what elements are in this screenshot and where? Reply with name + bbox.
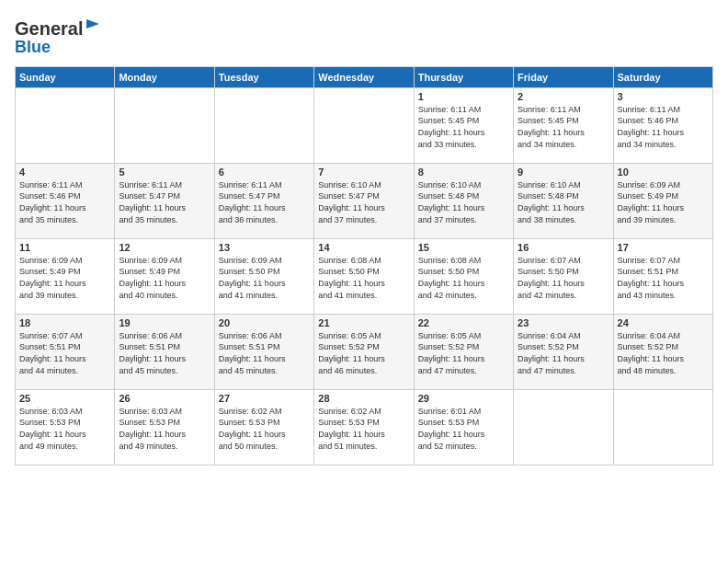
day-number: 22 — [418, 317, 509, 328]
day-number: 9 — [518, 167, 609, 178]
calendar-cell: 24Sunrise: 6:04 AM Sunset: 5:52 PM Dayli… — [613, 314, 712, 389]
logo: General Blue — [15, 18, 101, 57]
day-info: Sunrise: 6:10 AM Sunset: 5:48 PM Dayligh… — [418, 179, 509, 225]
day-info: Sunrise: 6:07 AM Sunset: 5:50 PM Dayligh… — [518, 255, 609, 301]
calendar-table: SundayMondayTuesdayWednesdayThursdayFrid… — [15, 66, 713, 465]
day-info: Sunrise: 6:10 AM Sunset: 5:48 PM Dayligh… — [518, 179, 609, 225]
calendar-cell: 20Sunrise: 6:06 AM Sunset: 5:51 PM Dayli… — [214, 314, 313, 389]
day-info: Sunrise: 6:06 AM Sunset: 5:51 PM Dayligh… — [119, 330, 210, 376]
calendar-cell: 3Sunrise: 6:11 AM Sunset: 5:46 PM Daylig… — [613, 87, 712, 163]
calendar-cell — [314, 87, 414, 163]
calendar-cell: 12Sunrise: 6:09 AM Sunset: 5:49 PM Dayli… — [115, 238, 214, 314]
calendar-week-row: 1Sunrise: 6:11 AM Sunset: 5:45 PM Daylig… — [16, 87, 713, 163]
day-number: 1 — [418, 91, 509, 102]
day-number: 16 — [518, 242, 609, 253]
logo-text: General — [15, 18, 83, 39]
day-info: Sunrise: 6:04 AM Sunset: 5:52 PM Dayligh… — [618, 330, 709, 376]
day-number: 14 — [318, 242, 409, 253]
day-info: Sunrise: 6:09 AM Sunset: 5:49 PM Dayligh… — [119, 255, 210, 301]
day-info: Sunrise: 6:09 AM Sunset: 5:50 PM Dayligh… — [219, 255, 310, 301]
day-number: 18 — [19, 317, 110, 328]
calendar-cell — [16, 87, 115, 163]
day-number: 4 — [19, 167, 110, 178]
calendar-cell — [613, 389, 712, 465]
day-info: Sunrise: 6:11 AM Sunset: 5:47 PM Dayligh… — [219, 179, 310, 225]
calendar-cell: 27Sunrise: 6:02 AM Sunset: 5:53 PM Dayli… — [214, 389, 313, 465]
day-number: 8 — [418, 167, 509, 178]
column-header-thursday: Thursday — [414, 66, 513, 87]
day-number: 3 — [618, 91, 709, 102]
page-container: General Blue SundayMondayTuesdayWednesda… — [0, 0, 728, 473]
calendar-cell: 8Sunrise: 6:10 AM Sunset: 5:48 PM Daylig… — [414, 163, 513, 238]
calendar-cell: 29Sunrise: 6:01 AM Sunset: 5:53 PM Dayli… — [414, 389, 513, 465]
calendar-cell: 4Sunrise: 6:11 AM Sunset: 5:46 PM Daylig… — [16, 163, 115, 238]
day-info: Sunrise: 6:01 AM Sunset: 5:53 PM Dayligh… — [418, 406, 509, 452]
calendar-week-row: 11Sunrise: 6:09 AM Sunset: 5:49 PM Dayli… — [16, 238, 713, 314]
logo-blue-text: Blue — [15, 38, 51, 56]
day-info: Sunrise: 6:05 AM Sunset: 5:52 PM Dayligh… — [418, 330, 509, 376]
day-info: Sunrise: 6:02 AM Sunset: 5:53 PM Dayligh… — [219, 406, 310, 452]
day-number: 15 — [418, 242, 509, 253]
column-header-tuesday: Tuesday — [214, 66, 313, 87]
day-info: Sunrise: 6:08 AM Sunset: 5:50 PM Dayligh… — [318, 255, 409, 301]
day-number: 25 — [19, 393, 110, 404]
day-number: 28 — [318, 393, 409, 404]
day-number: 6 — [219, 167, 310, 178]
column-header-saturday: Saturday — [613, 66, 712, 87]
column-header-friday: Friday — [514, 66, 613, 87]
calendar-cell: 28Sunrise: 6:02 AM Sunset: 5:53 PM Dayli… — [314, 389, 414, 465]
calendar-cell: 15Sunrise: 6:08 AM Sunset: 5:50 PM Dayli… — [414, 238, 513, 314]
day-info: Sunrise: 6:11 AM Sunset: 5:46 PM Dayligh… — [19, 179, 110, 225]
day-number: 10 — [618, 167, 709, 178]
calendar-cell: 19Sunrise: 6:06 AM Sunset: 5:51 PM Dayli… — [115, 314, 214, 389]
day-number: 29 — [418, 393, 509, 404]
calendar-cell: 11Sunrise: 6:09 AM Sunset: 5:49 PM Dayli… — [16, 238, 115, 314]
calendar-cell: 9Sunrise: 6:10 AM Sunset: 5:48 PM Daylig… — [514, 163, 613, 238]
day-number: 12 — [119, 242, 210, 253]
calendar-cell: 16Sunrise: 6:07 AM Sunset: 5:50 PM Dayli… — [514, 238, 613, 314]
calendar-cell — [115, 87, 214, 163]
calendar-cell: 2Sunrise: 6:11 AM Sunset: 5:45 PM Daylig… — [514, 87, 613, 163]
calendar-cell — [214, 87, 313, 163]
day-number: 11 — [19, 242, 110, 253]
day-info: Sunrise: 6:04 AM Sunset: 5:52 PM Dayligh… — [518, 330, 609, 376]
calendar-cell: 10Sunrise: 6:09 AM Sunset: 5:49 PM Dayli… — [613, 163, 712, 238]
day-info: Sunrise: 6:05 AM Sunset: 5:52 PM Dayligh… — [318, 330, 409, 376]
day-number: 26 — [119, 393, 210, 404]
day-info: Sunrise: 6:09 AM Sunset: 5:49 PM Dayligh… — [618, 179, 709, 225]
day-number: 7 — [318, 167, 409, 178]
day-number: 5 — [119, 167, 210, 178]
day-info: Sunrise: 6:11 AM Sunset: 5:47 PM Dayligh… — [119, 179, 210, 225]
day-info: Sunrise: 6:06 AM Sunset: 5:51 PM Dayligh… — [219, 330, 310, 376]
column-header-sunday: Sunday — [16, 66, 115, 87]
day-info: Sunrise: 6:03 AM Sunset: 5:53 PM Dayligh… — [19, 406, 110, 452]
calendar-cell: 22Sunrise: 6:05 AM Sunset: 5:52 PM Dayli… — [414, 314, 513, 389]
calendar-cell: 13Sunrise: 6:09 AM Sunset: 5:50 PM Dayli… — [214, 238, 313, 314]
calendar-cell: 14Sunrise: 6:08 AM Sunset: 5:50 PM Dayli… — [314, 238, 414, 314]
calendar-header-row: SundayMondayTuesdayWednesdayThursdayFrid… — [16, 66, 713, 87]
calendar-cell: 6Sunrise: 6:11 AM Sunset: 5:47 PM Daylig… — [214, 163, 313, 238]
day-info: Sunrise: 6:11 AM Sunset: 5:46 PM Dayligh… — [618, 104, 709, 150]
day-number: 24 — [618, 317, 709, 328]
day-number: 2 — [518, 91, 609, 102]
day-info: Sunrise: 6:07 AM Sunset: 5:51 PM Dayligh… — [19, 330, 110, 376]
day-number: 13 — [219, 242, 310, 253]
calendar-cell: 1Sunrise: 6:11 AM Sunset: 5:45 PM Daylig… — [414, 87, 513, 163]
header: General Blue — [15, 15, 713, 57]
calendar-cell: 26Sunrise: 6:03 AM Sunset: 5:53 PM Dayli… — [115, 389, 214, 465]
day-number: 20 — [219, 317, 310, 328]
day-number: 21 — [318, 317, 409, 328]
calendar-cell: 7Sunrise: 6:10 AM Sunset: 5:47 PM Daylig… — [314, 163, 414, 238]
day-info: Sunrise: 6:08 AM Sunset: 5:50 PM Dayligh… — [418, 255, 509, 301]
calendar-week-row: 18Sunrise: 6:07 AM Sunset: 5:51 PM Dayli… — [16, 314, 713, 389]
logo-icon — [85, 16, 101, 32]
calendar-cell — [514, 389, 613, 465]
day-number: 17 — [618, 242, 709, 253]
day-number: 19 — [119, 317, 210, 328]
day-info: Sunrise: 6:09 AM Sunset: 5:49 PM Dayligh… — [19, 255, 110, 301]
day-info: Sunrise: 6:02 AM Sunset: 5:53 PM Dayligh… — [318, 406, 409, 452]
svg-marker-0 — [86, 19, 99, 29]
calendar-cell: 25Sunrise: 6:03 AM Sunset: 5:53 PM Dayli… — [16, 389, 115, 465]
column-header-monday: Monday — [115, 66, 214, 87]
column-header-wednesday: Wednesday — [314, 66, 414, 87]
